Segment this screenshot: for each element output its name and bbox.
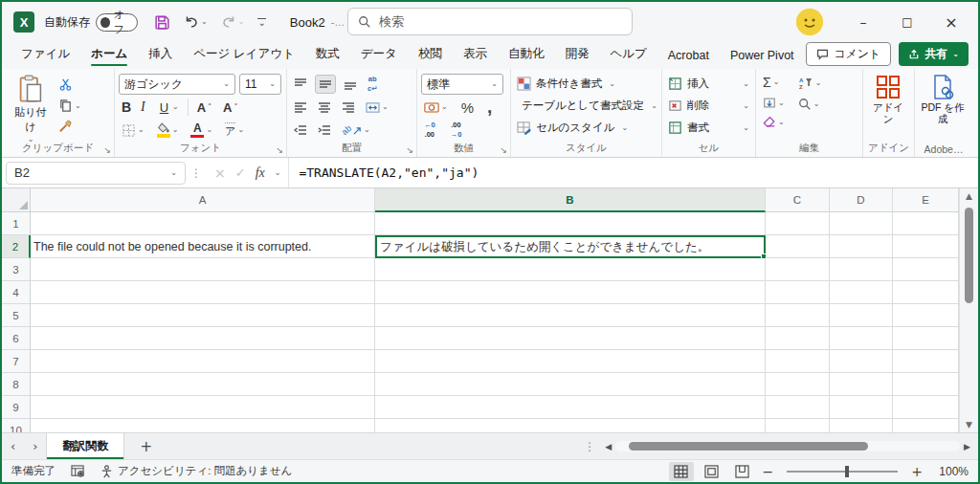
format-cells-button[interactable]: 書式 ⌄ bbox=[666, 117, 751, 139]
cell-D8[interactable] bbox=[830, 373, 893, 396]
formula-bar-drag-handle[interactable]: ⋮ bbox=[186, 166, 207, 180]
cell-E8[interactable] bbox=[893, 373, 959, 396]
cell-C3[interactable] bbox=[766, 258, 830, 281]
next-sheet-icon[interactable]: › bbox=[24, 439, 46, 453]
font-dialog-launcher[interactable]: ↘ bbox=[276, 145, 283, 155]
cell-A5[interactable] bbox=[31, 304, 375, 327]
cell-D9[interactable] bbox=[830, 396, 893, 419]
autosum-button[interactable]: Σ ⌄ bbox=[760, 73, 788, 92]
cell-D5[interactable] bbox=[830, 304, 893, 327]
tab-automate[interactable]: 自動化 bbox=[499, 41, 554, 69]
underline-dropdown-icon[interactable]: ⌄ bbox=[172, 103, 179, 111]
vertical-scrollbar[interactable]: ▲ ▼ bbox=[959, 188, 978, 432]
row-header-4[interactable]: 4 bbox=[2, 281, 31, 304]
addins-button[interactable]: アドイン bbox=[867, 73, 909, 126]
cell-E5[interactable] bbox=[893, 304, 959, 327]
row-header-5[interactable]: 5 bbox=[2, 304, 31, 327]
name-box[interactable]: B2 ⌄ bbox=[6, 162, 186, 185]
cell-C1[interactable] bbox=[766, 212, 830, 235]
comma-style-button[interactable]: , bbox=[484, 100, 495, 114]
horizontal-scroll-track[interactable] bbox=[615, 441, 960, 451]
scrollbar-splitter-icon[interactable]: ⋮ bbox=[578, 440, 601, 453]
tab-formulas[interactable]: 数式 bbox=[306, 41, 349, 69]
cell-D10[interactable] bbox=[830, 419, 893, 432]
orientation-dropdown-icon[interactable]: ⌄ bbox=[364, 126, 370, 134]
clipboard-dialog-launcher[interactable]: ↘ bbox=[103, 145, 111, 155]
bold-button[interactable]: B bbox=[119, 98, 132, 117]
zoom-out-button[interactable]: − bbox=[761, 464, 776, 479]
collapse-ribbon-icon[interactable]: ˅ bbox=[972, 142, 980, 157]
cell-E9[interactable] bbox=[893, 396, 959, 419]
zoom-in-button[interactable]: + bbox=[909, 464, 924, 479]
increase-decimal-button[interactable]: ←0 .00 bbox=[421, 120, 438, 142]
cell-C9[interactable] bbox=[766, 396, 830, 419]
phonetic-dropdown-icon[interactable]: ⌄ bbox=[237, 126, 244, 134]
zoom-slider-handle[interactable] bbox=[845, 466, 849, 477]
close-button[interactable]: × bbox=[930, 6, 972, 38]
font-size-select[interactable]: 11 ⌄ bbox=[239, 74, 281, 95]
tab-view[interactable]: 表示 bbox=[454, 41, 497, 69]
align-top-button[interactable] bbox=[291, 76, 310, 93]
tab-insert[interactable]: 挿入 bbox=[139, 41, 182, 69]
accounting-dropdown-icon[interactable]: ⌄ bbox=[441, 103, 448, 111]
cell-E3[interactable] bbox=[893, 258, 959, 281]
name-box-dropdown-icon[interactable]: ⌄ bbox=[170, 169, 177, 177]
sort-filter-button[interactable]: A Z ⌄ bbox=[795, 74, 825, 92]
formula-input[interactable]: =TRANSLATE(A2,"en","ja") bbox=[289, 165, 479, 180]
fill-button[interactable]: ⌄ bbox=[760, 95, 788, 111]
autosum-dropdown-icon[interactable]: ⌄ bbox=[773, 78, 780, 86]
accessibility-status[interactable]: アクセシビリティ: 問題ありません bbox=[100, 464, 292, 478]
page-break-view-button[interactable] bbox=[730, 462, 755, 481]
fill-color-dropdown-icon[interactable]: ⌄ bbox=[172, 126, 179, 134]
add-sheet-button[interactable]: + bbox=[124, 438, 167, 455]
cell-D7[interactable] bbox=[830, 350, 893, 373]
fill-color-button[interactable]: ⌄ bbox=[154, 121, 182, 140]
conditional-formatting-button[interactable]: 条件付き書式 ⌄ bbox=[515, 73, 657, 95]
normal-view-button[interactable] bbox=[669, 462, 694, 481]
fill-handle[interactable] bbox=[761, 253, 767, 259]
zoom-slider[interactable] bbox=[787, 471, 898, 473]
cell-A2[interactable]: The file could not be opened because it … bbox=[31, 235, 375, 258]
align-bottom-button[interactable] bbox=[341, 76, 360, 93]
create-pdf-button[interactable]: PDF を作成 bbox=[919, 73, 967, 126]
redo-button[interactable]: ⌄ bbox=[218, 11, 248, 33]
column-header-a[interactable]: A bbox=[31, 188, 375, 212]
row-header-8[interactable]: 8 bbox=[2, 373, 31, 396]
customize-qat-button[interactable]: ⌄ bbox=[255, 15, 268, 30]
enter-formula-icon[interactable]: ✓ bbox=[235, 165, 246, 180]
cell-D3[interactable] bbox=[830, 258, 893, 281]
cell-E1[interactable] bbox=[893, 212, 959, 235]
decrease-decimal-button[interactable]: .00 →0 bbox=[448, 120, 465, 142]
cell-C4[interactable] bbox=[766, 281, 830, 304]
undo-dropdown-icon[interactable]: ⌄ bbox=[201, 18, 208, 26]
cell-B2-selected[interactable]: ファイルは破損しているため開くことができませんでした。 bbox=[375, 235, 766, 258]
cell-B8[interactable] bbox=[375, 373, 766, 396]
cell-D1[interactable] bbox=[830, 212, 893, 235]
font-name-select[interactable]: 游ゴシック ⌄ bbox=[119, 74, 235, 95]
cell-E10[interactable] bbox=[893, 419, 959, 432]
cell-E2[interactable] bbox=[893, 235, 959, 258]
zoom-level[interactable]: 100% bbox=[930, 465, 969, 478]
row-header-10[interactable]: 10 bbox=[2, 419, 31, 432]
align-right-button[interactable] bbox=[339, 99, 358, 116]
row-header-3[interactable]: 3 bbox=[2, 258, 31, 281]
cell-C7[interactable] bbox=[766, 350, 830, 373]
font-color-button[interactable]: A ⌄ bbox=[188, 121, 215, 141]
minimize-button[interactable]: – bbox=[842, 6, 884, 38]
cell-D4[interactable] bbox=[830, 281, 893, 304]
scroll-right-icon[interactable]: ▶ bbox=[964, 442, 970, 451]
search-input[interactable]: 検索 bbox=[347, 8, 633, 35]
orientation-button[interactable]: ab ⌄ bbox=[339, 123, 373, 137]
underline-button[interactable]: U ⌄ bbox=[155, 99, 182, 117]
cell-B10[interactable] bbox=[375, 419, 766, 432]
cell-E7[interactable] bbox=[893, 350, 959, 373]
clear-button[interactable]: ⌄ bbox=[760, 114, 788, 130]
column-header-b[interactable]: B bbox=[375, 188, 766, 212]
cell-C10[interactable] bbox=[766, 419, 830, 432]
cell-A10[interactable] bbox=[31, 419, 375, 432]
sheet-tab-active[interactable]: 翻訳関数 bbox=[46, 433, 124, 459]
comments-button[interactable]: コメント bbox=[806, 42, 891, 66]
number-format-select[interactable]: 標準 ⌄ bbox=[421, 74, 503, 95]
decrease-indent-button[interactable] bbox=[291, 121, 310, 139]
decrease-font-button[interactable]: A˅ bbox=[220, 99, 240, 117]
